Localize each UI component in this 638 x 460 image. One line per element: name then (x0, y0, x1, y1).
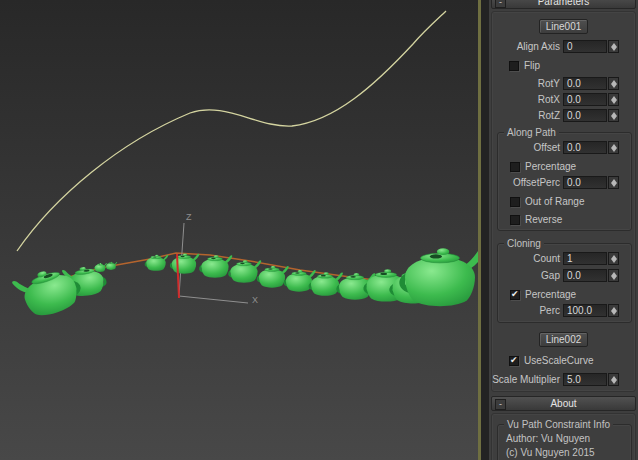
gap-row: Gap 0.0 (498, 269, 631, 282)
gap-label: Gap (541, 270, 560, 281)
offset-label: Offset (534, 142, 561, 153)
offsetperc-label: OffsetPerc (513, 177, 560, 188)
viewport[interactable]: Z X (0, 0, 478, 460)
reverse-checkbox[interactable] (510, 215, 520, 225)
rotx-label: RotX (538, 94, 560, 105)
z-axis-label: Z (186, 212, 192, 222)
offsetperc-row: OffsetPerc 0.0 (498, 176, 631, 189)
viewport-background (0, 0, 478, 460)
parameters-rollout-body: Line001 Align Axis 0 Flip RotY 0.0 (491, 11, 636, 392)
along-path-group-title: Along Path (504, 127, 559, 138)
spinner-down-icon[interactable] (611, 259, 617, 263)
spinner-down-icon[interactable] (611, 183, 617, 187)
scale-multiplier-spinner[interactable] (608, 373, 619, 386)
reverse-row: Reverse (510, 214, 631, 225)
copyright-line: (c) Vu Nguyen 2015 (506, 447, 623, 459)
rotz-spinner[interactable] (608, 109, 619, 122)
out-of-range-row: Out of Range (510, 196, 631, 207)
author-line: Author: Vu Nguyen (506, 433, 623, 445)
rollout-title: About (550, 398, 576, 409)
percentage-checkbox[interactable] (510, 162, 520, 172)
align-axis-row: Align Axis 0 (492, 40, 635, 53)
usescalecurve-row: UseScaleCurve (509, 355, 635, 366)
rotz-label: RotZ (538, 110, 560, 121)
spinner-down-icon[interactable] (611, 311, 617, 315)
roty-spinner[interactable] (608, 77, 619, 90)
align-axis-label: Align Axis (517, 41, 560, 52)
perc-label: Perc (539, 305, 560, 316)
along-path-group: Along Path Offset 0.0 Percentage OffsetP… (497, 132, 632, 231)
count-field[interactable]: 1 (563, 252, 607, 265)
collapse-icon[interactable]: - (495, 399, 506, 410)
collapse-icon[interactable]: - (495, 0, 506, 8)
align-axis-field[interactable]: 0 (563, 40, 607, 53)
roty-row: RotY 0.0 (492, 77, 635, 90)
command-panel-gutter (481, 0, 489, 460)
rotx-row: RotX 0.0 (492, 93, 635, 106)
cloning-percentage-row: Percentage (510, 289, 631, 300)
cloning-percentage-label: Percentage (525, 289, 576, 300)
offset-row: Offset 0.0 (498, 141, 631, 154)
offsetperc-spinner[interactable] (608, 176, 619, 189)
rotz-row: RotZ 0.0 (492, 109, 635, 122)
rotx-spinner[interactable] (608, 93, 619, 106)
rollout-title: Parameters (538, 0, 590, 7)
rotz-field[interactable]: 0.0 (563, 109, 607, 122)
cloning-group: Cloning Count 1 Gap 0.0 (497, 243, 632, 323)
constraint-info-group-title: Vu Path Constraint Info (504, 419, 613, 430)
scale-node-button[interactable]: Line002 (539, 332, 589, 347)
usescalecurve-checkbox[interactable] (509, 356, 519, 366)
cloning-percentage-checkbox[interactable] (510, 290, 520, 300)
roty-field[interactable]: 0.0 (563, 77, 607, 90)
flip-checkbox[interactable] (509, 61, 519, 71)
percentage-label: Percentage (525, 161, 576, 172)
command-panel: - Parameters Line001 Align Axis 0 Flip R… (489, 0, 638, 460)
spinner-down-icon[interactable] (611, 380, 617, 384)
rollout-header-about[interactable]: - About (491, 396, 636, 411)
out-of-range-label: Out of Range (525, 196, 584, 207)
spinner-down-icon[interactable] (611, 148, 617, 152)
spinner-down-icon[interactable] (611, 276, 617, 280)
reverse-label: Reverse (525, 214, 562, 225)
spinner-down-icon[interactable] (611, 84, 617, 88)
scale-multiplier-label: Scale Multiplier (492, 374, 560, 385)
cloning-group-title: Cloning (504, 238, 544, 249)
usescalecurve-label: UseScaleCurve (524, 355, 593, 366)
about-rollout-body: Vu Path Constraint Info Author: Vu Nguye… (491, 413, 636, 460)
out-of-range-checkbox[interactable] (510, 197, 520, 207)
scale-multiplier-field[interactable]: 5.0 (563, 373, 607, 386)
path-node-button[interactable]: Line001 (539, 19, 589, 34)
x-axis-label: X (252, 295, 258, 305)
constraint-info-group: Vu Path Constraint Info Author: Vu Nguye… (497, 424, 632, 460)
count-row: Count 1 (498, 252, 631, 265)
rotx-field[interactable]: 0.0 (563, 93, 607, 106)
flip-label: Flip (524, 60, 540, 71)
offset-spinner[interactable] (608, 141, 619, 154)
application-window: Z X - Parameters Line001 Align Axis 0 (0, 0, 638, 460)
rollout-header-parameters[interactable]: - Parameters (491, 0, 636, 9)
spinner-down-icon[interactable] (611, 116, 617, 120)
spinner-down-icon[interactable] (611, 47, 617, 51)
percentage-row: Percentage (510, 161, 631, 172)
count-label: Count (533, 253, 560, 264)
perc-field[interactable]: 100.0 (563, 304, 607, 317)
scale-multiplier-row: Scale Multiplier 5.0 (492, 373, 635, 386)
viewport-canvas[interactable]: Z X (0, 0, 478, 460)
gap-field[interactable]: 0.0 (563, 269, 607, 282)
offsetperc-field[interactable]: 0.0 (563, 176, 607, 189)
perc-spinner[interactable] (608, 304, 619, 317)
align-axis-spinner[interactable] (608, 40, 619, 53)
offset-field[interactable]: 0.0 (563, 141, 607, 154)
spinner-down-icon[interactable] (611, 100, 617, 104)
gap-spinner[interactable] (608, 269, 619, 282)
roty-label: RotY (538, 78, 560, 89)
flip-row: Flip (509, 60, 635, 71)
perc-row: Perc 100.0 (498, 304, 631, 317)
count-spinner[interactable] (608, 252, 619, 265)
